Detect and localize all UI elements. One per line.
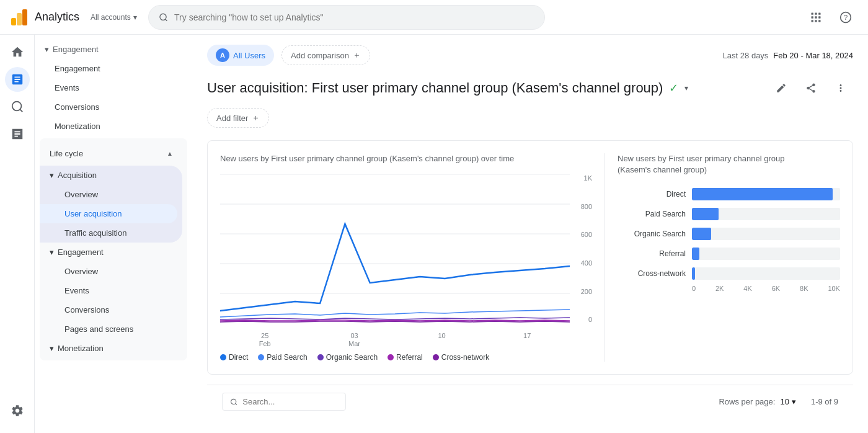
legend-referral: Referral [388,353,423,362]
page-title: User acquisition: First user primary cha… [207,76,853,100]
settings-nav-icon[interactable] [5,398,30,423]
top-engagement-header[interactable]: ▾ Engagement [35,40,192,59]
topbar-right: ? [804,5,858,30]
advertising-nav-icon[interactable] [5,122,30,146]
svg-text:?: ? [844,13,848,21]
nav-item-overview-eng[interactable]: Overview [40,262,182,281]
page-title-text: User acquisition: First user primary cha… [207,80,663,96]
monetization-sub-header[interactable]: ▾ Monetization [40,339,187,358]
chart-inner [220,174,570,323]
x-axis: 25Feb 03Mar 10 17 [220,329,570,348]
svg-rect-0 [11,18,16,25]
bottom-bar: Rows per page: 10 ▾ 1-9 of 9 [207,385,853,418]
svg-line-17 [20,109,22,112]
bar-track-direct [692,188,840,200]
y-axis: 1K8006004002000 [581,174,595,323]
bar-fill-direct [692,188,833,200]
svg-rect-9 [815,16,817,18]
legend-organic-search: Organic Search [317,353,378,362]
nav-item-engagement-top[interactable]: Engagement [35,59,187,78]
line-chart-title: New users by First user primary channel … [220,153,595,164]
nav-item-traffic-acquisition[interactable]: Traffic acquisition [40,223,177,243]
legend-direct: Direct [220,353,248,362]
svg-line-4 [165,19,167,20]
lifecycle-label: Life cycle [50,149,83,158]
bar-label-organic-search: Organic Search [618,230,686,238]
legend-organic-search-label: Organic Search [326,353,378,362]
plus-filter-icon: ＋ [252,112,260,123]
chevron-right-monetization-icon: ▾ [50,344,54,353]
svg-rect-12 [815,20,817,22]
home-nav-icon[interactable] [5,40,30,65]
svg-rect-8 [812,16,813,18]
explore-nav-icon[interactable] [5,94,30,119]
bar-label-paid-search: Paid Search [618,210,686,218]
svg-line-25 [236,403,237,404]
title-dropdown-icon[interactable]: ▾ [684,84,688,92]
account-badge[interactable]: All accounts ▾ [87,11,141,24]
rows-per-page-select[interactable]: 10 ▾ [780,397,795,406]
svg-rect-11 [812,20,813,22]
nav-item-user-acquisition[interactable]: User acquisition [40,204,177,223]
bar-track-cross-network [692,267,840,280]
line-chart-area: New users by First user primary channel … [220,153,595,362]
main-area: ▾ Engagement Engagement Events Conversio… [0,35,868,433]
title-actions [769,76,853,100]
bar-chart-area: New users by First user primary channel … [604,153,840,362]
add-comparison-label: Add comparison [291,51,349,60]
add-filter-button[interactable]: Add filter ＋ [207,108,269,128]
acquisition-header[interactable]: ▾ Acquisition [40,166,182,185]
reports-nav-icon[interactable] [5,67,30,92]
table-search-box[interactable] [222,393,346,411]
add-comparison-button[interactable]: Add comparison ＋ [281,45,370,65]
monetization-label: Monetization [58,344,104,353]
engagement-sub-header[interactable]: ▾ Engagement [40,243,187,262]
lifecycle-header[interactable]: Life cycle ▲ [40,141,187,166]
nav-item-conversions-eng[interactable]: Conversions [40,300,182,319]
left-rail [0,35,35,433]
plus-icon: ＋ [353,50,361,61]
bar-chart-title: New users by First user primary channel … [618,153,840,176]
nav-item-pages-screens[interactable]: Pages and screens [40,319,182,339]
edit-icon[interactable] [769,76,794,100]
legend-paid-search-label: Paid Search [267,353,307,362]
grid-icon[interactable] [804,5,828,30]
user-avatar: A [216,48,229,62]
search-input[interactable] [174,12,534,22]
search-table-icon [230,398,237,406]
engagement-sub-label: Engagement [58,248,104,257]
collapse-lifecycle-button[interactable]: ▲ [162,146,177,161]
search-bar[interactable] [148,5,545,30]
svg-rect-10 [818,16,820,18]
nav-item-conversions-top[interactable]: Conversions [35,97,187,117]
search-icon [159,12,168,22]
bar-label-cross-network: Cross-network [618,269,686,278]
bar-row-organic-search: Organic Search [618,228,840,240]
legend-paid-search: Paid Search [258,353,307,362]
rows-per-page-label: Rows per page: [719,397,775,406]
bar-track-referral [692,248,840,260]
page-info: 1-9 of 9 [811,397,838,406]
svg-rect-2 [22,9,27,25]
date-range: Feb 20 - Mar 18, 2024 [773,51,853,60]
nav-item-monetization-top[interactable]: Monetization [35,117,187,136]
nav-item-events-top[interactable]: Events [35,78,187,97]
table-search-input[interactable] [242,397,338,406]
nav-item-events-eng[interactable]: Events [40,281,182,300]
share-icon[interactable] [799,76,823,100]
nav-sidebar: ▾ Engagement Engagement Events Conversio… [35,35,192,433]
nav-item-overview-acq[interactable]: Overview [40,185,177,204]
svg-point-16 [12,102,21,111]
date-info: Last 28 days Feb 20 - Mar 18, 2024 [723,51,853,60]
legend-direct-label: Direct [229,353,248,362]
line-chart-canvas: 1K8006004002000 [220,174,595,348]
all-users-chip[interactable]: A All Users [207,45,274,66]
more-icon[interactable] [828,76,853,100]
charts-container: New users by First user primary channel … [207,140,853,375]
help-icon[interactable]: ? [833,5,858,30]
legend-cross-network-label: Cross-network [441,353,489,362]
analytics-logo-icon [10,8,29,27]
account-label: All accounts [91,13,131,22]
svg-rect-7 [818,12,820,14]
bar-track-paid-search [692,208,840,220]
